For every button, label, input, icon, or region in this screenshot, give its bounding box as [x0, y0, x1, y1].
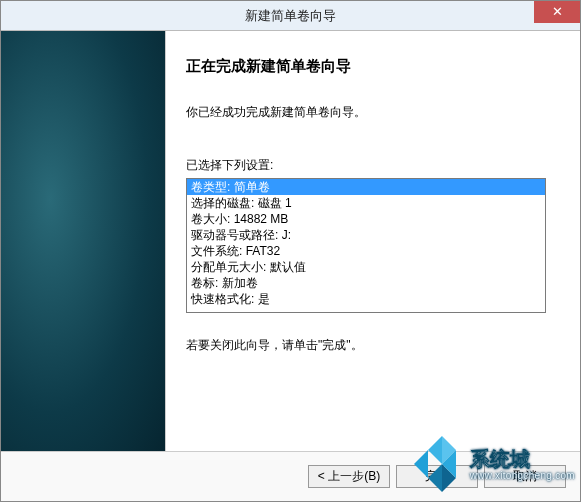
button-bar: < 上一步(B) 完成 取消 [1, 451, 580, 501]
list-item[interactable]: 快速格式化: 是 [187, 291, 545, 307]
content-area: 正在完成新建简单卷向导 你已经成功完成新建简单卷向导。 已选择下列设置: 卷类型… [1, 31, 580, 451]
list-item[interactable]: 分配单元大小: 默认值 [187, 259, 545, 275]
wizard-side-graphic [1, 31, 166, 451]
list-item[interactable]: 选择的磁盘: 磁盘 1 [187, 195, 545, 211]
close-button[interactable]: ✕ [534, 1, 580, 23]
titlebar: 新建简单卷向导 ✕ [1, 1, 580, 31]
closing-text: 若要关闭此向导，请单击"完成"。 [186, 337, 560, 354]
main-panel: 正在完成新建简单卷向导 你已经成功完成新建简单卷向导。 已选择下列设置: 卷类型… [166, 31, 580, 451]
intro-text: 你已经成功完成新建简单卷向导。 [186, 104, 560, 121]
page-heading: 正在完成新建简单卷向导 [186, 57, 560, 76]
cancel-button[interactable]: 取消 [484, 465, 566, 488]
list-item[interactable]: 驱动器号或路径: J: [187, 227, 545, 243]
settings-listbox[interactable]: 卷类型: 简单卷 选择的磁盘: 磁盘 1 卷大小: 14882 MB 驱动器号或… [186, 178, 546, 313]
list-item[interactable]: 卷类型: 简单卷 [187, 179, 545, 195]
list-item[interactable]: 卷大小: 14882 MB [187, 211, 545, 227]
wizard-window: 新建简单卷向导 ✕ 正在完成新建简单卷向导 你已经成功完成新建简单卷向导。 已选… [0, 0, 581, 502]
back-button[interactable]: < 上一步(B) [308, 465, 390, 488]
finish-button[interactable]: 完成 [396, 465, 478, 488]
list-item[interactable]: 文件系统: FAT32 [187, 243, 545, 259]
settings-label: 已选择下列设置: [186, 157, 560, 174]
window-title: 新建简单卷向导 [1, 7, 580, 25]
list-item[interactable]: 卷标: 新加卷 [187, 275, 545, 291]
